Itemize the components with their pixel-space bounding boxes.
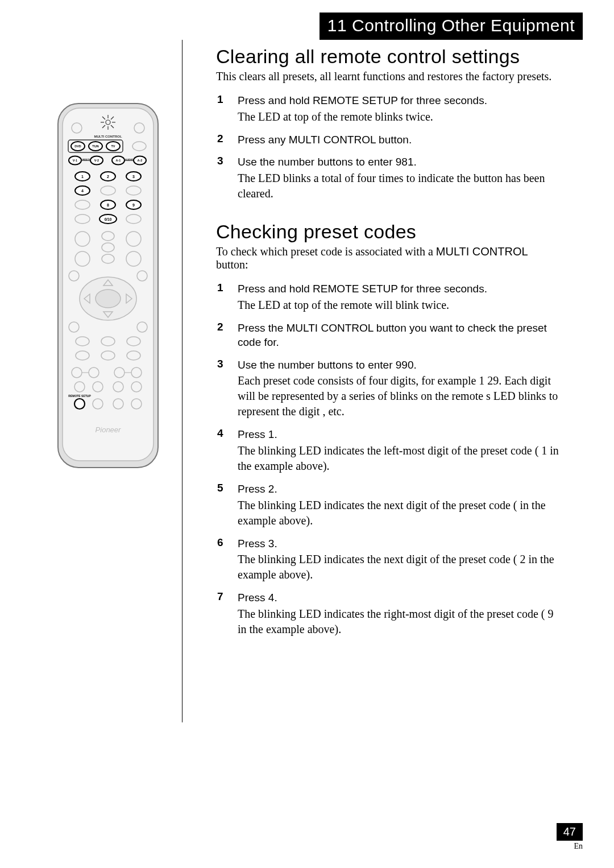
- svg-text:3: 3: [132, 175, 135, 179]
- left-column: MULTI CONTROL DVD TUN TV V-1 VIDEO V-2 A…: [34, 40, 182, 722]
- remote-setup-label: REMOTE SETUP: [68, 394, 91, 398]
- content-column: Clearing all remote control settings Thi…: [216, 46, 563, 645]
- svg-text:2: 2: [107, 175, 109, 179]
- svg-text:A-2: A-2: [138, 159, 143, 162]
- step-head: Use the number buttons to enter 981.: [238, 155, 563, 170]
- svg-text:A-1: A-1: [116, 159, 121, 162]
- svg-text:9: 9: [132, 203, 135, 207]
- step-number: 1: [216, 93, 238, 125]
- svg-text:TV: TV: [111, 144, 115, 148]
- step-text: The blinking LED indicates the next digi…: [238, 552, 563, 582]
- section1-title: Clearing all remote control settings: [216, 46, 563, 68]
- svg-point-62: [96, 290, 121, 308]
- page-number: 47 En: [557, 823, 583, 851]
- step-head: Press 2.: [238, 482, 563, 497]
- step-number: 5: [216, 482, 238, 528]
- page-language: En: [557, 842, 583, 851]
- step-head: Press the MULTI CONTROL button you want …: [238, 321, 563, 350]
- svg-text:VIDEO: VIDEO: [82, 159, 90, 162]
- step-number: 3: [216, 358, 238, 420]
- step-text: The LED at top of the remote blinks twic…: [238, 109, 563, 125]
- num-9: 9: [126, 200, 141, 209]
- chapter-number: 11: [327, 16, 347, 35]
- num-3: 3: [126, 172, 141, 181]
- num-4: 4: [75, 186, 90, 195]
- section2-step: 7 Press 4. The blinking LED indicates th…: [216, 590, 563, 637]
- a1-button: A-1: [112, 156, 125, 165]
- step-text: The blinking LED indicates the left-most…: [238, 443, 563, 474]
- step-text: The LED blinks a total of four times to …: [238, 171, 563, 201]
- svg-point-85: [74, 399, 85, 409]
- step-head: Press and hold REMOTE SETUP for three se…: [238, 93, 563, 108]
- section1-step: 2 Press any MULTI CONTROL button.: [216, 133, 563, 147]
- step-head: Use the number buttons to enter 990.: [238, 358, 563, 373]
- v1-button: V-1: [69, 156, 81, 165]
- brand-label: Pioneer: [96, 425, 121, 434]
- tv-button: TV: [106, 142, 120, 151]
- step-head: Press and hold REMOTE SETUP for three se…: [238, 282, 563, 296]
- svg-text:V-1: V-1: [73, 159, 77, 162]
- dvd-button: DVD: [71, 142, 85, 151]
- step-number: 1: [216, 282, 238, 313]
- tun-button: TUN: [89, 142, 102, 151]
- v2-button: V-2: [90, 156, 103, 165]
- num-010: 0/10: [99, 214, 117, 224]
- remote-illustration: MULTI CONTROL DVD TUN TV V-1 VIDEO V-2 A…: [57, 102, 159, 472]
- step-number: 4: [216, 427, 238, 474]
- svg-text:4: 4: [81, 189, 84, 193]
- num-1: 1: [75, 172, 90, 181]
- section2-step: 3 Use the number buttons to enter 990. E…: [216, 358, 563, 420]
- step-text: The blinking LED indicates the right-mos…: [238, 606, 563, 637]
- step-number: 2: [216, 133, 238, 147]
- step-number: 6: [216, 536, 238, 583]
- page-number-box: 47: [557, 823, 583, 841]
- section1-step: 3 Use the number buttons to enter 981. T…: [216, 155, 563, 201]
- section2-step: 2 Press the MULTI CONTROL button you wan…: [216, 321, 563, 350]
- section2-intro: To check which preset code is associated…: [216, 245, 563, 271]
- section1-intro: This clears all presets, all learnt func…: [216, 70, 563, 83]
- section2-step: 6 Press 3. The blinking LED indicates th…: [216, 536, 563, 583]
- step-text: Each preset code consists of four digits…: [238, 373, 563, 419]
- section2-step: 5 Press 2. The blinking LED indicates th…: [216, 482, 563, 528]
- svg-text:TUN: TUN: [92, 144, 98, 148]
- chapter-header: 11 Controlling Other Equipment: [320, 13, 583, 40]
- section2-step: 1 Press and hold REMOTE SETUP for three …: [216, 282, 563, 313]
- svg-text:DVD: DVD: [74, 144, 81, 148]
- remote-setup-button: [74, 399, 85, 409]
- section2-step: 4 Press 1. The blinking LED indicates th…: [216, 427, 563, 474]
- chapter-title: Controlling Other Equipment: [352, 16, 575, 35]
- section2-title: Checking preset codes: [216, 221, 563, 243]
- a2-button: A-2: [134, 156, 146, 165]
- step-number: 2: [216, 321, 238, 350]
- step-text: The blinking LED indicates the next digi…: [238, 498, 563, 528]
- svg-text:V-2: V-2: [94, 159, 99, 162]
- svg-text:1: 1: [81, 175, 84, 179]
- svg-text:0/10: 0/10: [105, 217, 112, 221]
- step-text: The LED at top of the remote will blink …: [238, 297, 563, 313]
- step-head: Press 4.: [238, 590, 563, 605]
- step-head: Press 3.: [238, 536, 563, 551]
- section1-step: 1 Press and hold REMOTE SETUP for three …: [216, 93, 563, 125]
- num-2: 2: [101, 172, 115, 181]
- svg-text:AUDIO: AUDIO: [125, 159, 134, 162]
- dpad: [80, 277, 136, 320]
- step-number: 7: [216, 590, 238, 637]
- multi-control-label: MULTI CONTROL: [94, 135, 122, 138]
- svg-text:8: 8: [107, 203, 109, 207]
- num-8: 8: [101, 200, 115, 209]
- step-head: Press any MULTI CONTROL button.: [238, 133, 563, 147]
- step-number: 3: [216, 155, 238, 201]
- step-head: Press 1.: [238, 427, 563, 442]
